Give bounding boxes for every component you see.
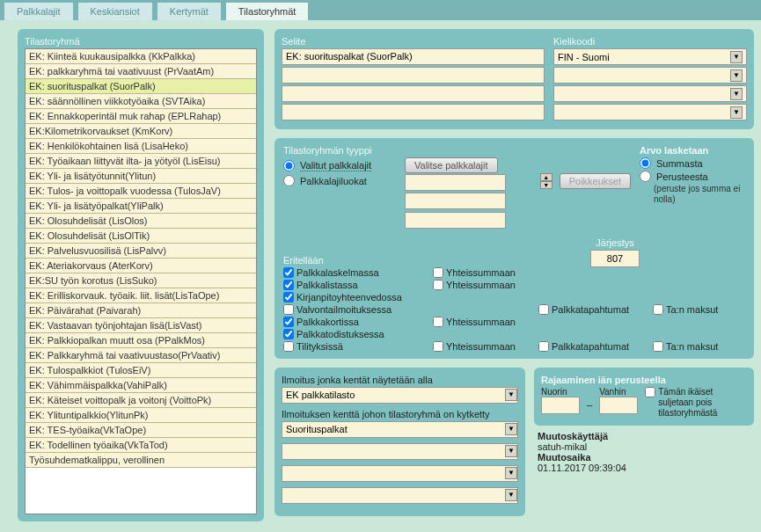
kielikoodi-dropdown-2[interactable]: ▼ <box>553 67 747 84</box>
list-item[interactable]: EK:Kilometrikorvaukset (KmKorv) <box>26 124 256 139</box>
list-item[interactable]: EK: Ennakkoperintäl muk rahap (EPLRahap) <box>26 109 256 124</box>
list-item[interactable]: EK: säännöllinen viikkotyöaika (SVTAika) <box>26 94 256 109</box>
tab-palkkalajit[interactable]: Palkkalajit <box>4 2 74 20</box>
palkkalaskelmassa-checkbox[interactable] <box>283 267 294 278</box>
chevron-down-icon: ▼ <box>730 88 743 100</box>
list-item[interactable]: EK: Erilliskorvauk. työaik. liit. lisät(… <box>26 288 256 303</box>
jarjestys-label: Järjestys <box>590 237 640 248</box>
palkkakortissa-checkbox[interactable] <box>283 317 294 327</box>
luokat-spinner[interactable]: ▲▼ <box>540 173 552 189</box>
kirjanpito-checkbox[interactable] <box>283 292 294 302</box>
kielikoodi-dropdown-3[interactable]: ▼ <box>553 85 747 102</box>
kielikoodi-label: Kielikoodi <box>553 36 747 47</box>
selite-input-4[interactable] <box>282 104 545 120</box>
palkkatapahtumat-1-checkbox[interactable] <box>538 304 549 315</box>
list-item[interactable]: EK: Yli- ja lisätyöpalkat(YliPalk) <box>26 199 256 214</box>
list-item[interactable]: EK: Ylituntipalkkio(YlitunPk) <box>26 408 256 423</box>
list-item[interactable]: EK: Työaikaan liittyvät ilta- ja yötyöl … <box>26 154 256 169</box>
list-item[interactable]: EK: Kiinteä kuukausipalkka (KkPalkka) <box>26 49 256 64</box>
suljetaan-checkbox[interactable] <box>645 387 655 397</box>
list-item[interactable]: EK: Yli- ja lisätyötunnit(Ylitun) <box>26 169 256 184</box>
list-item[interactable]: EK: Tulospalkkiot (TulosEiV) <box>26 363 256 378</box>
list-item[interactable]: EK: Päivärahat (Paivarah) <box>26 303 256 318</box>
chevron-down-icon: ▼ <box>730 69 743 82</box>
arvo-lasketaan-box: Arvo lasketaan Summasta Perusteesta (per… <box>640 145 745 230</box>
tab-tilastoryhmat[interactable]: Tilastoryhmät <box>225 2 310 20</box>
tilastoryhma-label: Tilastoryhmä <box>25 36 257 47</box>
kielikoodi-dropdown-4[interactable]: ▼ <box>553 104 747 120</box>
kentta-dropdown-2[interactable]: ▼ <box>282 443 518 460</box>
kentta-dropdown-3[interactable]: ▼ <box>282 465 518 482</box>
yhteissummaan-3-checkbox[interactable] <box>433 317 443 327</box>
selite-input-1[interactable]: EK: suorituspalkat (SuorPalk) <box>282 48 545 65</box>
ilmoitus-panel: Ilmoitus jonka kentät näytetään alla EK … <box>274 368 525 516</box>
valvonta-checkbox[interactable] <box>283 304 294 315</box>
chevron-down-icon: ▼ <box>730 51 743 63</box>
tilityksissa-checkbox[interactable] <box>283 341 294 352</box>
nuorin-input[interactable] <box>541 397 580 414</box>
selite-input-2[interactable] <box>282 67 545 84</box>
list-item[interactable]: EK: Palkkiopalkan muutt osa (PPalkMos) <box>26 333 256 348</box>
jarjestys-input[interactable] <box>590 250 640 267</box>
selite-input-3[interactable] <box>282 85 545 102</box>
selite-label: Selite <box>282 36 545 47</box>
summasta-radio[interactable] <box>640 157 651 169</box>
luokat-dropdown-3[interactable] <box>405 212 506 229</box>
list-item[interactable]: EK:SU työn korotus (LisSuko) <box>26 273 256 288</box>
eritellaan-label: Eritellään <box>283 255 324 266</box>
palkkalajiluokat-radio[interactable] <box>283 175 295 186</box>
luokat-dropdown-1[interactable] <box>405 174 506 191</box>
palkkatodistuksessa-checkbox[interactable] <box>283 329 294 339</box>
palkkatapahtumat-2-checkbox[interactable] <box>538 341 549 352</box>
list-item[interactable]: EK: Olosuhdelisät (LisOlos) <box>26 214 256 229</box>
poikkeukset-button[interactable]: Poikkeukset <box>560 173 631 189</box>
chevron-down-icon: ▼ <box>505 445 517 457</box>
list-item[interactable]: EK: Henkilökohtainen lisä (LisaHeko) <box>26 139 256 154</box>
tab-keskiansiot[interactable]: Keskiansiot <box>77 2 153 20</box>
tan-maksut-1-checkbox[interactable] <box>653 304 663 315</box>
list-item[interactable]: Työsuhdematkalippu, verollinen <box>26 453 256 468</box>
type-eritel-panel: Tilastoryhmän tyyppi Valitut palkkalajit… <box>274 138 754 359</box>
list-item[interactable]: EK: suorituspalkat (SuorPalk) <box>26 79 256 94</box>
yhteissummaan-1-checkbox[interactable] <box>433 267 443 278</box>
valitut-radio[interactable] <box>283 160 295 171</box>
list-item[interactable]: EK: Käteiset voittopalk ja voitonj (Voit… <box>26 393 256 408</box>
yhteissummaan-4-checkbox[interactable] <box>433 341 443 352</box>
chevron-down-icon: ▼ <box>505 467 517 479</box>
list-item[interactable]: EK: Vähimmäispalkka(VahiPalk) <box>26 378 256 393</box>
chevron-down-icon: ▼ <box>505 423 517 435</box>
list-item[interactable]: EK: Olosuhdelisät (LisOlTik) <box>26 229 256 244</box>
tilastoryhma-listbox[interactable]: EK: Kiinteä kuukausipalkka (KkPalkka)EK:… <box>25 48 257 514</box>
kentta-dropdown-1[interactable]: Suorituspalkat▼ <box>282 421 518 438</box>
tilastoryhma-panel: Tilastoryhmä EK: Kiinteä kuukausipalkka … <box>18 29 264 521</box>
list-item[interactable]: EK: Tulos- ja voittopalk vuodessa (Tulos… <box>26 184 256 199</box>
valitse-palkkalajit-button[interactable]: Valitse palkkalajit <box>405 157 498 173</box>
selite-panel: Selite EK: suorituspalkat (SuorPalk) Kie… <box>274 29 754 129</box>
perusteesta-radio[interactable] <box>640 171 651 182</box>
list-item[interactable]: EK: Todellinen työaika(VkTaTod) <box>26 438 256 453</box>
tan-maksut-2-checkbox[interactable] <box>653 341 663 352</box>
tabs: Palkkalajit Keskiansiot Kertymät Tilasto… <box>0 0 761 20</box>
luokat-dropdown-2[interactable] <box>405 193 506 209</box>
list-item[interactable]: EK: Palkkaryhmä tai vaativuustaso(PrVaat… <box>26 348 256 363</box>
kentta-dropdown-4[interactable]: ▼ <box>282 487 518 504</box>
list-item[interactable]: EK: palkkaryhmä tai vaativuust (PrVaatAm… <box>26 64 256 79</box>
list-item[interactable]: EK: Ateriakorvaus (AterKorv) <box>26 259 256 273</box>
palkkalistassa-checkbox[interactable] <box>283 280 294 290</box>
yhteissummaan-2-checkbox[interactable] <box>433 280 443 290</box>
rajaaminen-panel: Rajaaminen iän perusteella Nuorin – Vanh… <box>534 368 754 426</box>
vanhin-input[interactable] <box>599 397 638 414</box>
chevron-down-icon: ▼ <box>505 389 517 401</box>
list-item[interactable]: EK: Vastaavan työnjohtajan lisä(LisVast) <box>26 318 256 333</box>
list-item[interactable]: EK: TES-työaika(VkTaOpe) <box>26 423 256 438</box>
list-item[interactable]: EK: Palvelusvuosilisä (LisPalvv) <box>26 244 256 259</box>
tab-kertymat[interactable]: Kertymät <box>157 2 222 20</box>
chevron-down-icon: ▼ <box>730 106 743 119</box>
ilmoitus-dropdown[interactable]: EK palkkatilasto▼ <box>282 387 518 404</box>
kielikoodi-dropdown-1[interactable]: FIN - Suomi▼ <box>553 48 747 65</box>
chevron-down-icon: ▼ <box>505 489 517 501</box>
muutos-info: Muutoskäyttäjä satuh-mikal Muutosaika 01… <box>534 426 754 478</box>
type-label: Tilastoryhmän tyyppi <box>283 145 631 156</box>
